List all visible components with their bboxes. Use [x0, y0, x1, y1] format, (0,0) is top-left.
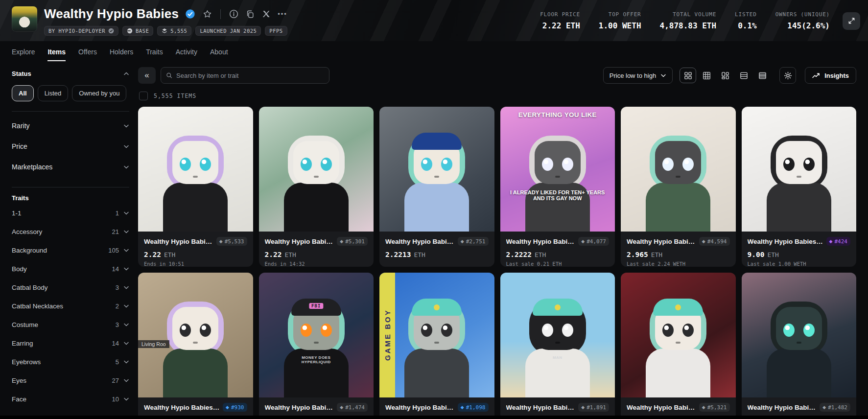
search-input[interactable]: [176, 72, 324, 79]
character-shirt: MONEY DOES HYPERLIQUID: [284, 349, 349, 397]
nft-card-info: Wealthy Hypio Babie... ◆ #5,533 2.22 ETH…: [138, 232, 253, 267]
filter-section-row[interactable]: Marketplaces: [12, 157, 129, 177]
nft-card[interactable]: GAME BOY: [379, 273, 494, 419]
more-options-icon[interactable]: •••: [277, 9, 288, 19]
character-illustration: MONEY DOES HYPERLIQUID FBI: [277, 299, 355, 397]
nft-name: Wealthy Hypio Babies 1...: [144, 404, 220, 411]
trait-filter-row[interactable]: Eyes 27: [12, 371, 129, 390]
sort-dropdown[interactable]: Price low to high: [603, 67, 673, 84]
trait-filter-row[interactable]: Earring 14: [12, 334, 129, 352]
rarity-rank-badge: ◆ #4,594: [699, 237, 730, 246]
character-eye: [441, 158, 452, 171]
nft-price-subline: Ends in 14:32: [265, 261, 368, 267]
trait-count: 3: [116, 321, 119, 328]
character-eye: [783, 324, 795, 337]
view-list-button[interactable]: [735, 68, 752, 83]
trait-filter-row[interactable]: Face 10: [12, 390, 129, 408]
tab[interactable]: Holders: [110, 48, 133, 61]
trait-filter-row[interactable]: 1-1 1: [12, 204, 129, 222]
badge-by-deployer[interactable]: BY HYPIO-DEPLOYER: [44, 26, 118, 36]
view-grid-large-button[interactable]: [680, 68, 696, 83]
nft-price-subline: Ends in 10:51: [144, 261, 247, 267]
view-mode-switcher: [680, 68, 771, 83]
tab[interactable]: Activity: [176, 48, 197, 61]
trait-name: Accessory: [12, 228, 42, 235]
collapse-sidebar-button[interactable]: «: [138, 67, 156, 84]
nft-card-info: Wealthy Hypio Babies 5... ◆ #424 9.00 ET…: [742, 232, 857, 267]
nft-card[interactable]: Wealthy Hypio Babie... ◆ #4,594 2.965 ET…: [621, 107, 736, 267]
status-section-header[interactable]: Status: [12, 70, 129, 77]
watchlist-star-button[interactable]: [202, 8, 213, 20]
character-shirt: MAN: [525, 349, 590, 397]
insights-button[interactable]: Insights: [805, 67, 856, 84]
item-search-box[interactable]: [161, 67, 329, 84]
trait-name: Body: [12, 265, 27, 273]
trait-filter-row[interactable]: Catbal Necklaces 2: [12, 297, 129, 315]
filter-section-row[interactable]: Price: [12, 136, 129, 157]
nft-card[interactable]: Wealthy Hypio Babie... ◆ #5,301 2.22 ETH…: [259, 107, 374, 267]
rarity-diamond-icon: ◆: [219, 239, 223, 244]
character-eye: [562, 324, 573, 337]
nft-card[interactable]: Wealthy Hypio Babie... ◆ #5,533 2.22 ETH…: [138, 107, 253, 267]
tab[interactable]: Explore: [12, 48, 35, 61]
nft-card[interactable]: MONEY DOES HYPERLIQUID FBI: [259, 273, 374, 419]
nft-name: Wealthy Hypio Babies 5...: [748, 238, 823, 245]
chevron-down-icon: [123, 303, 129, 309]
nft-card[interactable]: Living Roo Wealthy Hypio Babies 1... ◆ #…: [138, 273, 253, 419]
rarity-rank-value: #4,077: [586, 238, 606, 245]
items-stack-icon: [162, 28, 167, 34]
trait-filter-row[interactable]: Catbal Body 3: [12, 278, 129, 297]
nft-card[interactable]: EVERYTHING YOU LIKE: [500, 107, 615, 267]
badge-chain-base[interactable]: BASE: [122, 26, 153, 36]
tab[interactable]: Traits: [146, 48, 163, 61]
character-eye: [662, 324, 674, 337]
trait-name: 1-1: [12, 210, 22, 217]
collection-stats: FLOOR PRICE 2.22 ETH TOP OFFER 1.00 WETH…: [540, 11, 830, 30]
rarity-rank-badge: ◆ #1,474: [337, 403, 368, 412]
character-mouth: [193, 342, 198, 344]
nft-price-line: 2.2213 ETH: [385, 251, 489, 258]
trait-filter-row[interactable]: Costume 3: [12, 315, 129, 334]
chevron-down-icon: [123, 359, 129, 365]
status-option-button[interactable]: Owned by you: [72, 85, 126, 101]
trait-filter-row[interactable]: Body 14: [12, 259, 129, 278]
filter-section-row[interactable]: Rarity: [12, 116, 129, 136]
nft-image: [621, 273, 736, 397]
nft-card[interactable]: Wealthy Hypio Babies 5... ◆ #424 9.00 ET…: [742, 107, 857, 267]
trait-name: Eyebrows: [12, 358, 41, 366]
copy-icon[interactable]: [245, 9, 256, 20]
status-option-button[interactable]: Listed: [38, 85, 69, 101]
view-grid-small-button[interactable]: [698, 68, 715, 83]
tab[interactable]: Items: [47, 48, 66, 61]
price-currency: ETH: [414, 251, 425, 258]
view-compact-list-button[interactable]: [754, 68, 771, 83]
nft-card[interactable]: Wealthy Hypio Babie... ◆ #1,482 Top offe…: [742, 273, 857, 419]
character-head: [293, 141, 339, 184]
rarity-rank-value: #424: [835, 238, 848, 245]
tab[interactable]: About: [210, 48, 228, 61]
status-option-button[interactable]: All: [12, 85, 34, 101]
trait-name: Background: [12, 247, 47, 254]
rarity-rank-badge: ◆ #1,098: [458, 403, 489, 412]
info-icon[interactable]: [228, 8, 239, 20]
items-toolbar: « Price low to high: [138, 67, 856, 84]
nft-card-info: Wealthy Hypio Babie... ◆ #4,594 2.965 ET…: [621, 232, 736, 267]
character-head: [776, 307, 822, 350]
expand-stats-button[interactable]: [843, 12, 860, 30]
nft-card[interactable]: MAN: [500, 273, 615, 419]
nft-card[interactable]: Wealthy Hypio Babie... ◆ #2,751 2.2213 E…: [379, 107, 494, 267]
grid-settings-button[interactable]: [779, 67, 796, 84]
nft-card[interactable]: Wealthy Hypio Babie... ◆ #5,321 Last sal…: [621, 273, 736, 419]
tab[interactable]: Offers: [78, 48, 97, 61]
rarity-rank-badge: ◆ #5,533: [216, 237, 247, 246]
trait-filter-row[interactable]: Background 105: [12, 241, 129, 259]
character-illustration: [639, 299, 717, 397]
status-label: Status: [12, 70, 31, 77]
trait-filter-row[interactable]: Accessory 21: [12, 222, 129, 241]
view-masonry-button[interactable]: [717, 68, 733, 83]
rarity-diamond-icon: ◆: [461, 239, 464, 244]
select-all-checkbox[interactable]: [139, 92, 148, 100]
trait-filter-row[interactable]: Eyebrows 5: [12, 352, 129, 371]
x-twitter-icon[interactable]: [261, 9, 271, 19]
chevron-down-icon: [123, 210, 129, 216]
